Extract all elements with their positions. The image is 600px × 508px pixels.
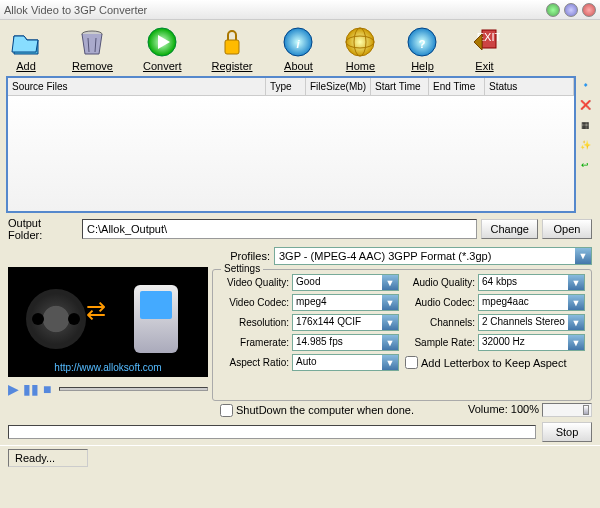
info-icon: i — [282, 26, 314, 58]
stop-button[interactable]: Stop — [542, 422, 592, 442]
col-size[interactable]: FileSize(Mb) — [306, 78, 371, 95]
status-text: Ready... — [8, 449, 88, 467]
side-btn-2[interactable]: ❌ — [578, 100, 592, 114]
maximize-button[interactable] — [564, 3, 578, 17]
convert-arrows-icon: ⇄ — [86, 297, 106, 325]
chevron-down-icon: ▼ — [568, 295, 584, 310]
col-source[interactable]: Source Files — [8, 78, 266, 95]
profiles-combo[interactable]: 3GP - (MPEG-4 AAC) 3GPP Format (*.3gp) ▼ — [274, 247, 592, 265]
svg-text:?: ? — [419, 38, 426, 50]
titlebar: Allok Video to 3GP Converter — [0, 0, 600, 20]
folder-add-icon — [10, 26, 42, 58]
register-button[interactable]: Register — [212, 26, 253, 72]
framerate-combo[interactable]: 14.985 fps▼ — [292, 334, 399, 351]
film-reel-icon — [26, 289, 86, 349]
output-folder-row: Output Folder: Change Open — [0, 213, 600, 245]
phone-icon — [134, 285, 178, 353]
svg-rect-4 — [225, 40, 239, 54]
side-btn-4[interactable]: ✨ — [578, 140, 592, 154]
chevron-down-icon: ▼ — [568, 335, 584, 350]
col-status[interactable]: Status — [485, 78, 574, 95]
profiles-label: Profiles: — [220, 250, 270, 262]
progress-bar — [8, 425, 536, 439]
sample-rate-combo[interactable]: 32000 Hz▼ — [478, 334, 585, 351]
side-toolbar: 🔹 ❌ ▦ ✨ ↩ — [578, 76, 594, 213]
output-folder-input[interactable] — [82, 219, 477, 239]
convert-button[interactable]: Convert — [143, 26, 182, 72]
globe-icon — [344, 26, 376, 58]
help-icon: ? — [406, 26, 438, 58]
bottom-options: ShutDown the computer when done. Volume:… — [0, 401, 600, 419]
minimize-button[interactable] — [546, 3, 560, 17]
chevron-down-icon: ▼ — [568, 275, 584, 290]
chevron-down-icon: ▼ — [382, 275, 398, 290]
side-btn-3[interactable]: ▦ — [578, 120, 592, 134]
play-icon — [146, 26, 178, 58]
home-button[interactable]: Home — [344, 26, 376, 72]
channels-combo[interactable]: 2 Channels Stereo▼ — [478, 314, 585, 331]
remove-button[interactable]: Remove — [72, 26, 113, 72]
shutdown-checkbox[interactable] — [220, 404, 233, 417]
video-codec-combo[interactable]: mpeg4▼ — [292, 294, 399, 311]
letterbox-checkbox[interactable] — [405, 356, 418, 369]
window-title: Allok Video to 3GP Converter — [4, 4, 546, 16]
profiles-row: Profiles: 3GP - (MPEG-4 AAC) 3GPP Format… — [0, 245, 600, 267]
close-button[interactable] — [582, 3, 596, 17]
file-list[interactable]: Source Files Type FileSize(Mb) Start Tim… — [6, 76, 576, 213]
col-end[interactable]: End Time — [429, 78, 485, 95]
play-btn[interactable]: ▶ — [8, 381, 19, 397]
preview-image: ⇄ http://www.alloksoft.com — [8, 267, 208, 377]
file-list-header: Source Files Type FileSize(Mb) Start Tim… — [8, 78, 574, 96]
status-bar: Ready... — [0, 445, 600, 470]
exit-icon: EXIT — [468, 26, 500, 58]
preview-panel: ⇄ http://www.alloksoft.com ▶ ▮▮ ■ — [8, 267, 208, 401]
stop-btn[interactable]: ■ — [43, 381, 51, 397]
video-quality-combo[interactable]: Good▼ — [292, 274, 399, 291]
exit-button[interactable]: EXIT Exit — [468, 26, 500, 72]
col-start[interactable]: Start Time — [371, 78, 429, 95]
window-controls — [546, 3, 596, 17]
chevron-down-icon: ▼ — [382, 315, 398, 330]
settings-title: Settings — [221, 263, 263, 274]
aspect-combo[interactable]: Auto▼ — [292, 354, 399, 371]
side-btn-5[interactable]: ↩ — [578, 160, 592, 174]
pause-btn[interactable]: ▮▮ — [23, 381, 39, 397]
chevron-down-icon: ▼ — [382, 335, 398, 350]
chevron-down-icon: ▼ — [568, 315, 584, 330]
playback-controls: ▶ ▮▮ ■ — [8, 377, 208, 401]
chevron-down-icon: ▼ — [382, 295, 398, 310]
col-type[interactable]: Type — [266, 78, 306, 95]
chevron-down-icon: ▼ — [575, 248, 591, 264]
file-list-body[interactable] — [8, 96, 574, 211]
open-button[interactable]: Open — [542, 219, 592, 239]
change-button[interactable]: Change — [481, 219, 538, 239]
main-toolbar: Add Remove Convert Register i About Home… — [0, 20, 600, 74]
about-button[interactable]: i About — [282, 26, 314, 72]
side-btn-1[interactable]: 🔹 — [578, 80, 592, 94]
resolution-combo[interactable]: 176x144 QCIF▼ — [292, 314, 399, 331]
volume-slider[interactable] — [542, 403, 592, 417]
trash-icon — [76, 26, 108, 58]
seek-slider[interactable] — [59, 387, 208, 391]
lock-icon — [216, 26, 248, 58]
chevron-down-icon: ▼ — [382, 355, 398, 370]
settings-panel: Settings Video Quality: Good▼ Audio Qual… — [212, 269, 592, 401]
preview-url: http://www.alloksoft.com — [8, 362, 208, 373]
audio-codec-combo[interactable]: mpeg4aac▼ — [478, 294, 585, 311]
progress-row: Stop — [0, 419, 600, 445]
help-button[interactable]: ? Help — [406, 26, 438, 72]
output-folder-label: Output Folder: — [8, 217, 78, 241]
audio-quality-combo[interactable]: 64 kbps▼ — [478, 274, 585, 291]
svg-point-7 — [346, 28, 374, 56]
add-button[interactable]: Add — [10, 26, 42, 72]
